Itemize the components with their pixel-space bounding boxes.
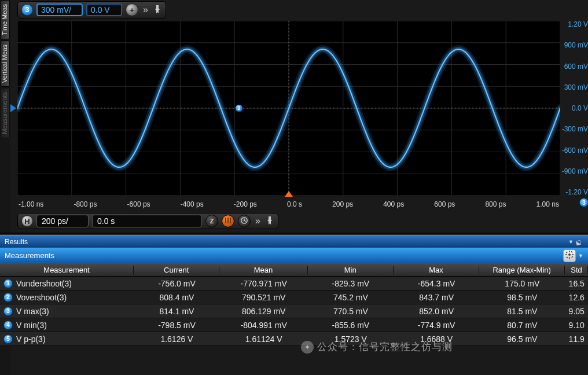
svg-rect-34 — [566, 256, 568, 258]
haxis-label: 400 ps — [383, 200, 404, 208]
time-mode-button[interactable] — [238, 215, 251, 227]
svg-rect-22 — [225, 218, 226, 223]
timebase-toolbar: H 200 ps/ 0.0 s Z » — [17, 213, 278, 229]
cell-min: 745.2 mV — [308, 293, 394, 302]
vertical-axis-labels: 1.20 V900 mV600 mV300 mV0.0 V-300 mV-600… — [561, 21, 588, 196]
col-min[interactable]: Min — [308, 266, 394, 274]
col-mean[interactable]: Mean — [219, 266, 307, 274]
channel-offset-field[interactable]: 0.0 V — [86, 3, 122, 16]
add-channel-button[interactable]: + — [126, 3, 138, 16]
cell-max: 843.7 mV — [394, 293, 479, 302]
pin-icon[interactable]: ⬙ — [575, 237, 583, 247]
pin-icon[interactable] — [265, 216, 274, 226]
memory-segment-button[interactable] — [222, 215, 234, 227]
vaxis-label: 0.0 V — [561, 105, 588, 112]
channel-toolbar: 3 300 mV/ 0.0 V + » — [17, 1, 166, 19]
measurements-settings-button[interactable] — [563, 249, 576, 262]
cell-std: 9.05 — [565, 307, 588, 316]
horizontal-badge[interactable]: H — [21, 215, 33, 227]
cell-current: 814.1 mV — [134, 307, 219, 316]
row-badge: 5 — [3, 334, 13, 344]
horizontal-axis-labels: -1.00 ns-800 ps-600 ps-400 ps-200 ps0.0 … — [17, 198, 560, 211]
haxis-label: 800 ps — [485, 200, 506, 208]
gear-icon — [565, 251, 574, 260]
collapse-icon[interactable]: ▼ — [568, 239, 574, 245]
table-row[interactable]: 5V p-p(3)1.6126 V1.61124 V1.5723 V1.6688… — [0, 332, 588, 346]
cell-mean: -804.991 mV — [220, 321, 308, 330]
measurements-title: Measurements — [5, 251, 54, 260]
svg-rect-33 — [571, 251, 573, 253]
cell-mean: -770.971 mV — [220, 279, 308, 288]
horizontal-delay-field[interactable]: 0.0 s — [92, 215, 202, 227]
time-per-div-field[interactable]: 200 ps/ — [36, 215, 89, 227]
col-max[interactable]: Max — [394, 266, 479, 274]
svg-rect-31 — [566, 251, 568, 253]
trigger-position-handle[interactable] — [285, 191, 293, 197]
col-std[interactable]: Std — [565, 266, 588, 274]
tab-time-meas[interactable]: Time Meas — [0, 0, 10, 39]
svg-rect-30 — [572, 254, 574, 255]
measurements-table: Measurement Current Mean Min Max Range (… — [0, 263, 588, 346]
table-row[interactable]: 1Vundershoot(3)-756.0 mV-770.971 mV-829.… — [0, 277, 588, 291]
measurement-name: Vundershoot(3) — [16, 279, 72, 288]
results-title: Results — [5, 238, 28, 246]
haxis-label: -600 ps — [127, 200, 150, 208]
cell-mean: 1.61124 V — [220, 334, 308, 344]
cell-std: 12.6 — [565, 293, 588, 302]
cell-max: 852.0 mV — [394, 307, 479, 316]
row-badge: 4 — [3, 321, 13, 330]
ground-reference-handle[interactable] — [10, 104, 16, 112]
cell-current: 1.6126 V — [134, 334, 219, 344]
measurements-panel-header[interactable]: Measurements ▼ — [0, 248, 588, 263]
measurement-name: V min(3) — [16, 321, 47, 330]
waveform-channel-marker[interactable]: 2 — [235, 104, 243, 112]
svg-rect-28 — [569, 257, 570, 259]
table-row[interactable]: 3V max(3)814.1 mV806.129 mV770.5 mV852.0… — [0, 304, 588, 318]
vaxis-label: 1.20 V — [561, 21, 588, 28]
vaxis-label: 300 mV — [561, 84, 588, 91]
vaxis-label: 900 mV — [561, 42, 588, 49]
clock-icon — [240, 216, 248, 226]
svg-rect-23 — [227, 218, 229, 223]
zoom-button[interactable]: Z — [205, 215, 218, 227]
results-panel-header[interactable]: Results ▼ ⬙ — [0, 235, 588, 248]
waveform-display[interactable]: 2 — [17, 21, 560, 196]
cell-min: -855.6 mV — [308, 321, 394, 330]
svg-rect-32 — [571, 256, 573, 258]
table-row[interactable]: 2Vovershoot(3)808.4 mV790.521 mV745.2 mV… — [0, 291, 588, 304]
channel-badge[interactable]: 3 — [21, 4, 33, 16]
pin-icon[interactable] — [153, 5, 162, 15]
volts-per-div-field[interactable]: 300 mV/ — [36, 3, 83, 16]
row-badge: 2 — [3, 293, 13, 302]
vaxis-label: -300 mV — [561, 126, 588, 133]
vaxis-label: -600 mV — [561, 147, 588, 154]
tab-vertical-meas[interactable]: Vertical Meas — [0, 41, 10, 87]
measurement-name: V max(3) — [16, 307, 49, 316]
dropdown-icon[interactable]: ▼ — [578, 253, 583, 259]
expand-timebase-icon[interactable]: » — [254, 216, 262, 226]
cell-max: -654.3 mV — [394, 279, 479, 288]
cell-range: 96.5 mV — [479, 334, 565, 344]
table-header-row: Measurement Current Mean Min Max Range (… — [0, 263, 588, 277]
channel-badge-small[interactable]: 3 — [579, 198, 588, 207]
cell-current: 808.4 mV — [134, 293, 219, 302]
col-measurement[interactable]: Measurement — [0, 266, 134, 274]
tab-measurements[interactable]: Measurements — [0, 88, 10, 138]
cell-min: 1.5723 V — [308, 334, 394, 344]
zoom-icon: Z — [210, 218, 214, 225]
cell-std: 16.5 — [565, 279, 588, 288]
svg-rect-24 — [230, 218, 231, 223]
cell-range: 175.0 mV — [479, 279, 565, 288]
col-current[interactable]: Current — [134, 266, 219, 274]
table-row[interactable]: 4V min(3)-798.5 mV-804.991 mV-855.6 mV-7… — [0, 318, 588, 332]
cell-mean: 806.129 mV — [220, 307, 308, 316]
cell-max: 1.6688 V — [394, 334, 479, 344]
col-range[interactable]: Range (Max-Min) — [479, 266, 565, 274]
vaxis-label: 600 mV — [561, 63, 588, 70]
haxis-label: 200 ps — [332, 200, 353, 208]
cell-mean: 790.521 mV — [220, 293, 308, 302]
cell-current: -756.0 mV — [134, 279, 219, 288]
svg-rect-27 — [569, 251, 570, 252]
expand-toolbar-icon[interactable]: » — [142, 5, 149, 15]
svg-point-26 — [568, 253, 571, 256]
